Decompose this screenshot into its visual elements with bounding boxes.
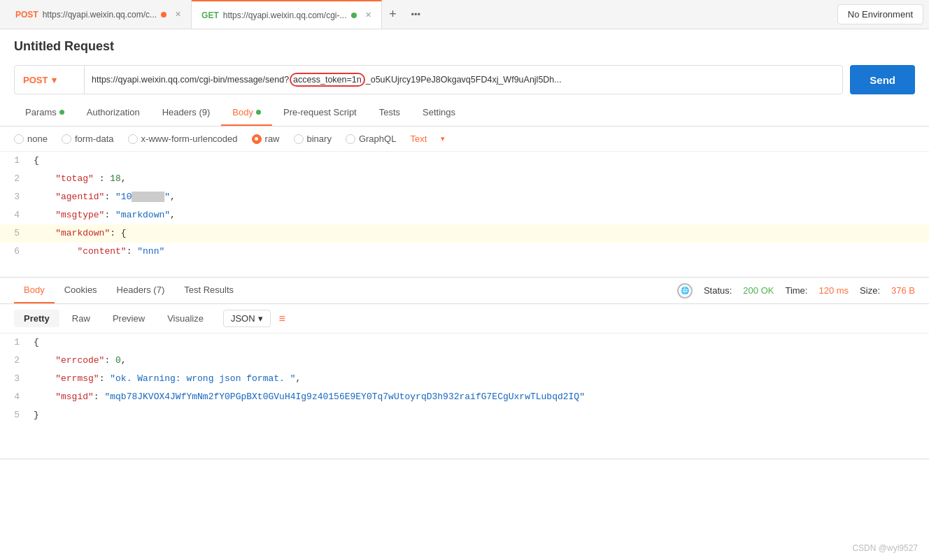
radio-form-data[interactable]: form-data <box>62 134 114 144</box>
radio-urlencoded[interactable]: x-www-form-urlencoded <box>128 134 238 144</box>
radio-circle-urlencoded <box>128 134 138 144</box>
json-format-label: JSON <box>231 313 255 324</box>
raw-format-dropdown[interactable]: ▾ <box>441 134 445 143</box>
url-suffix: _o5uKUjrcy19PeJ8Okgavq5FD4xj_Wf9uAnjl5Dh… <box>366 75 562 85</box>
url-bar-container: POST ▾ https://qyapi.weixin.qq.com/cgi-b… <box>0 59 929 100</box>
radio-raw[interactable]: raw <box>252 134 280 144</box>
tab-prerequest[interactable]: Pre-request Script <box>272 100 368 126</box>
tab-url-post: https://qyapi.weixin.qq.com/c... <box>43 10 157 20</box>
response-tabs: Body Cookies Headers (7) Test Results 🌐 … <box>0 278 929 304</box>
tab-method-get: GET <box>201 10 219 20</box>
format-raw-button[interactable]: Raw <box>62 310 100 327</box>
code-line-6: 6 "content": "nnn" <box>0 243 929 261</box>
url-display[interactable]: https://qyapi.weixin.qq.com/cgi-bin/mess… <box>85 66 842 94</box>
tab-dot-get <box>351 13 357 18</box>
resp-line-4: 4 "msgid": "mqb78JKVOX4JWfYmNm2fY0PGpBXt… <box>0 388 929 406</box>
code-line-2: 2 "totag" : 18, <box>0 170 929 188</box>
body-type-bar: none form-data x-www-form-urlencoded raw… <box>0 127 929 152</box>
format-pretty-button[interactable]: Pretty <box>14 310 59 327</box>
radio-none[interactable]: none <box>14 134 48 144</box>
method-label: POST <box>23 75 48 85</box>
tab-get[interactable]: GET https://qyapi.weixin.qq.com/cgi-... … <box>192 0 381 29</box>
tab-close-post[interactable]: ✕ <box>175 10 181 19</box>
format-preview-button[interactable]: Preview <box>103 310 155 327</box>
radio-circle-raw <box>252 134 262 144</box>
response-body: 1 { 2 "errcode": 0, 3 "errmsg": "ok. War… <box>0 333 929 459</box>
time-label: Time: <box>785 285 807 296</box>
radio-circle-none <box>14 134 24 144</box>
url-highlighted-part: access_token=1n <box>290 73 365 87</box>
tab-url-get: https://qyapi.weixin.qq.com/cgi-... <box>223 10 347 20</box>
code-line-4: 4 "msgtype": "markdown", <box>0 206 929 224</box>
format-visualize-button[interactable]: Visualize <box>157 310 213 327</box>
resp-tab-body[interactable]: Body <box>14 278 55 303</box>
no-environment-button[interactable]: No Environment <box>837 4 923 24</box>
resp-tab-test-results[interactable]: Test Results <box>174 278 243 303</box>
tab-method-post: POST <box>15 10 38 20</box>
tab-add-button[interactable]: + <box>382 3 404 26</box>
size-label: Size: <box>860 285 880 296</box>
globe-icon: 🌐 <box>677 283 693 299</box>
url-prefix: https://qyapi.weixin.qq.com/cgi-bin/mess… <box>92 75 289 85</box>
method-select[interactable]: POST ▾ <box>15 66 85 94</box>
radio-circle-graphql <box>346 134 355 144</box>
tab-settings[interactable]: Settings <box>411 100 467 126</box>
body-dot <box>256 110 261 115</box>
time-value: 120 ms <box>818 285 849 296</box>
status-label: Status: <box>704 285 732 296</box>
resp-tab-headers[interactable]: Headers (7) <box>107 278 175 303</box>
response-format-bar: Pretty Raw Preview Visualize JSON ▾ ≡ <box>0 304 929 333</box>
radio-graphql[interactable]: GraphQL <box>346 134 396 144</box>
resp-line-2: 2 "errcode": 0, <box>0 352 929 370</box>
radio-circle-form-data <box>62 134 71 144</box>
response-status-bar: 🌐 Status: 200 OK Time: 120 ms Size: 376 … <box>677 283 915 299</box>
send-button[interactable]: Send <box>850 65 915 94</box>
tab-dot-post <box>161 12 166 17</box>
nav-tabs: Params Authorization Headers (9) Body Pr… <box>0 100 929 127</box>
tab-body[interactable]: Body <box>221 100 272 126</box>
method-dropdown-arrow: ▾ <box>52 75 57 85</box>
url-bar: POST ▾ https://qyapi.weixin.qq.com/cgi-b… <box>14 65 843 94</box>
json-format-select[interactable]: JSON ▾ <box>223 310 271 327</box>
tab-tests[interactable]: Tests <box>368 100 411 126</box>
tabs-bar: POST https://qyapi.weixin.qq.com/c... ✕ … <box>0 0 929 29</box>
tab-headers[interactable]: Headers (9) <box>151 100 222 126</box>
params-dot <box>59 110 64 115</box>
raw-format-label[interactable]: Text <box>410 134 427 144</box>
size-value: 376 B <box>891 285 915 296</box>
resp-line-1: 1 { <box>0 333 929 352</box>
tab-post[interactable]: POST https://qyapi.weixin.qq.com/c... ✕ <box>6 0 192 29</box>
radio-binary[interactable]: binary <box>294 134 332 144</box>
status-value: 200 OK <box>743 285 774 296</box>
resp-line-3: 3 "errmsg": "ok. Warning: wrong json for… <box>0 370 929 388</box>
radio-circle-binary <box>294 134 304 144</box>
tab-params[interactable]: Params <box>14 100 76 126</box>
code-line-1: 1 { <box>0 152 929 170</box>
code-line-5: 5 "markdown": { <box>0 224 929 243</box>
request-code-editor[interactable]: 1 { 2 "totag" : 18, 3 "agentid": "10████… <box>0 152 929 278</box>
resp-line-5: 5 } <box>0 406 929 424</box>
tab-more-button[interactable]: ••• <box>404 9 428 20</box>
resp-tab-cookies[interactable]: Cookies <box>55 278 107 303</box>
wrap-icon[interactable]: ≡ <box>279 313 285 325</box>
json-format-arrow: ▾ <box>258 313 263 324</box>
code-line-3: 3 "agentid": "10██████", <box>0 188 929 206</box>
tab-close-get[interactable]: ✕ <box>365 10 371 20</box>
tab-authorization[interactable]: Authorization <box>76 100 151 126</box>
request-title: Untitled Request <box>0 29 929 59</box>
